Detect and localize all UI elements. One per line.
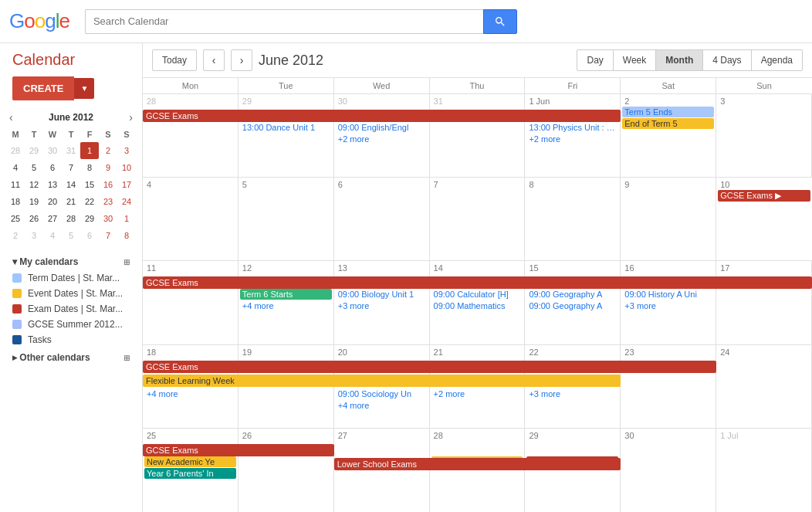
- calendar-day[interactable]: 1 Jul: [716, 429, 812, 512]
- mini-cal-day[interactable]: 31: [62, 142, 80, 159]
- today-button[interactable]: Today: [152, 49, 197, 71]
- mini-cal-day[interactable]: 15: [80, 176, 99, 193]
- mini-cal-day[interactable]: 11: [6, 176, 25, 193]
- mini-cal-day[interactable]: 5: [62, 227, 80, 244]
- search-input[interactable]: [85, 9, 483, 34]
- mini-cal-day[interactable]: 4: [43, 227, 62, 244]
- calendar-day[interactable]: 28: [143, 94, 239, 177]
- mini-cal-day[interactable]: 5: [25, 159, 43, 176]
- next-button[interactable]: ›: [231, 49, 252, 71]
- calendar-day[interactable]: 7: [430, 178, 526, 260]
- mini-cal-prev[interactable]: ‹: [9, 111, 13, 124]
- calendar-item[interactable]: GCSE Summer 2012...: [0, 317, 142, 332]
- calendar-event[interactable]: +4 more: [336, 400, 428, 411]
- mini-cal-day[interactable]: 1: [80, 142, 99, 159]
- calendar-day[interactable]: 1309:00 Biology Unit 1+3 more: [334, 261, 430, 344]
- calendar-day[interactable]: 23: [621, 345, 716, 428]
- mini-cal-day[interactable]: 7: [99, 227, 117, 244]
- calendar-event[interactable]: +2 more: [526, 134, 618, 144]
- mini-cal-day[interactable]: 10: [117, 159, 136, 176]
- mini-cal-day[interactable]: 8: [80, 159, 99, 176]
- calendar-event[interactable]: 09:00 Biology Unit 1: [336, 289, 428, 300]
- mini-cal-day[interactable]: 30: [99, 210, 117, 227]
- calendar-day[interactable]: 5: [239, 178, 334, 260]
- calendar-event[interactable]: Term 6 Starts: [240, 289, 332, 300]
- calendar-event[interactable]: 09:00 Calculator [H]: [431, 289, 523, 300]
- calendar-event[interactable]: 13:00 Physics Unit : more: [526, 122, 618, 133]
- mini-cal-day[interactable]: 4: [6, 159, 25, 176]
- search-button[interactable]: [483, 9, 517, 34]
- calendar-day[interactable]: 8: [525, 178, 621, 260]
- mini-cal-day[interactable]: 14: [62, 176, 80, 193]
- calendar-event[interactable]: 09:00 Sociology Un: [336, 388, 428, 399]
- calendar-day[interactable]: 27+3 more: [334, 429, 430, 512]
- calendar-event[interactable]: Year 6 Parents' In: [144, 468, 236, 479]
- calendar-event[interactable]: 09:00 English/Engl: [336, 122, 428, 133]
- my-calendars-header[interactable]: ▾ My calendars ⊞: [0, 252, 142, 270]
- mini-cal-day[interactable]: 1: [117, 210, 136, 227]
- view-4days[interactable]: 4 Days: [703, 49, 751, 71]
- calendar-day[interactable]: 28Year 11 Prom Nig: [430, 429, 526, 512]
- mini-cal-day[interactable]: 3: [25, 227, 43, 244]
- mini-cal-day[interactable]: 2: [99, 142, 117, 159]
- calendar-day[interactable]: 12Term 6 Starts+4 more: [239, 261, 334, 344]
- calendar-event[interactable]: 09:00 History A Uni: [622, 289, 714, 300]
- mini-cal-day[interactable]: 24: [117, 193, 136, 210]
- mini-cal-day[interactable]: 3: [117, 142, 136, 159]
- calendar-day[interactable]: 30: [621, 429, 716, 512]
- calendar-event[interactable]: +3 more: [526, 388, 618, 399]
- view-week[interactable]: Week: [614, 49, 656, 71]
- mini-cal-day[interactable]: 19: [25, 193, 43, 210]
- calendar-day[interactable]: 25New Academic YeYear 6 Parents' In: [143, 429, 239, 512]
- spanning-event[interactable]: GCSE Exams: [143, 361, 716, 373]
- calendar-day[interactable]: 9: [621, 178, 716, 260]
- calendar-day[interactable]: 2913:00 Dance Unit 1: [239, 94, 334, 177]
- calendar-day[interactable]: 3: [716, 94, 812, 177]
- calendar-day[interactable]: 1 Jun13:00 Physics Unit : more+2 more: [525, 94, 621, 177]
- calendar-day[interactable]: 1609:00 History A Uni+3 more: [621, 261, 716, 344]
- calendar-event[interactable]: GCSE Exams ▶: [718, 190, 810, 202]
- mini-cal-day[interactable]: 2: [6, 227, 25, 244]
- calendar-event[interactable]: +4 more: [240, 300, 332, 311]
- mini-cal-day[interactable]: 22: [80, 193, 99, 210]
- spanning-event[interactable]: Lower School Exams: [334, 458, 621, 470]
- calendar-day[interactable]: 6: [334, 178, 430, 260]
- mini-cal-day[interactable]: 9: [99, 159, 117, 176]
- mini-cal-day[interactable]: 29: [80, 210, 99, 227]
- mini-cal-day[interactable]: 17: [117, 176, 136, 193]
- calendar-day[interactable]: 3009:00 English/Engl+2 more: [334, 94, 430, 177]
- calendar-day[interactable]: 29Year 11 Leavers L: [525, 429, 621, 512]
- spanning-event[interactable]: GCSE Exams: [143, 110, 621, 122]
- mini-cal-day[interactable]: 12: [25, 176, 43, 193]
- mini-cal-day[interactable]: 23: [99, 193, 117, 210]
- spanning-event[interactable]: GCSE Exams: [143, 444, 334, 456]
- mini-cal-day[interactable]: 25: [6, 210, 25, 227]
- mini-cal-day[interactable]: 6: [80, 227, 99, 244]
- calendar-item[interactable]: Term Dates | St. Mar...: [0, 270, 142, 286]
- mini-cal-day[interactable]: 18: [6, 193, 25, 210]
- calendar-day[interactable]: 31: [430, 94, 526, 177]
- mini-cal-day[interactable]: 6: [43, 159, 62, 176]
- mini-cal-day[interactable]: 16: [99, 176, 117, 193]
- calendar-item[interactable]: Event Dates | St. Mar...: [0, 286, 142, 301]
- calendar-event[interactable]: End of Term 5: [622, 118, 714, 129]
- calendar-event[interactable]: 09:00 Mathematics: [431, 300, 523, 311]
- calendar-day[interactable]: 11: [143, 261, 239, 344]
- mini-cal-day[interactable]: 26: [25, 210, 43, 227]
- view-agenda[interactable]: Agenda: [752, 49, 803, 71]
- mini-cal-day[interactable]: 27: [43, 210, 62, 227]
- mini-cal-day[interactable]: 30: [43, 142, 62, 159]
- calendar-event[interactable]: +2 more: [336, 134, 428, 144]
- calendar-event[interactable]: 13:00 Dance Unit 1: [240, 122, 332, 133]
- mini-cal-day[interactable]: 7: [62, 159, 80, 176]
- other-calendars-header[interactable]: ▸ Other calendars ⊞: [0, 348, 142, 366]
- calendar-day[interactable]: 1509:00 Geography A09:00 Geography A: [525, 261, 621, 344]
- calendar-day[interactable]: 2Term 5 EndsEnd of Term 5: [621, 94, 716, 177]
- mini-cal-day[interactable]: 29: [25, 142, 43, 159]
- calendar-event[interactable]: +3 more: [336, 300, 428, 311]
- mini-cal-next[interactable]: ›: [129, 111, 133, 124]
- calendar-day[interactable]: 1409:00 Calculator [H]09:00 Mathematics: [430, 261, 526, 344]
- calendar-event[interactable]: 09:00 Geography A: [526, 300, 618, 311]
- mini-cal-day[interactable]: 28: [6, 142, 25, 159]
- create-arrow-button[interactable]: ▼: [74, 78, 94, 99]
